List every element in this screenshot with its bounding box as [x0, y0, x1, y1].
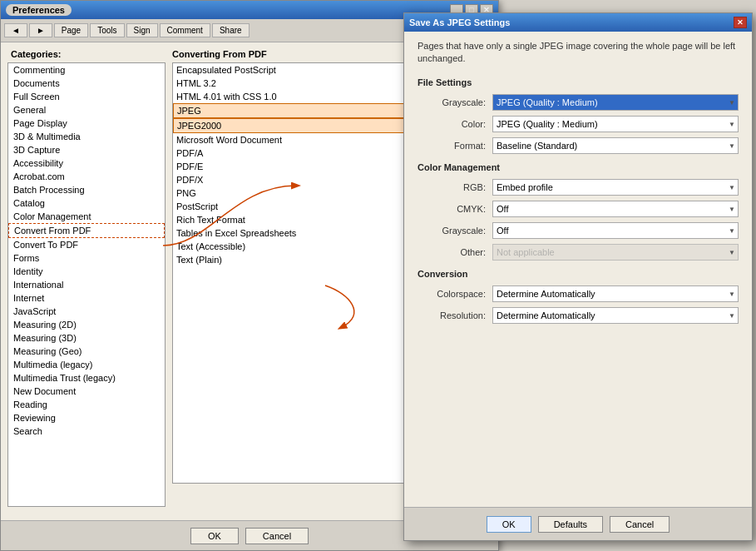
cat-reviewing[interactable]: Reviewing — [8, 411, 165, 424]
toolbar-comment[interactable]: Comment — [160, 23, 210, 37]
jpeg-dialog-title: Save As JPEG Settings — [409, 17, 510, 27]
rgb-select-wrapper: Embed profile Convert to sRGB No convers… — [492, 179, 739, 196]
toolbar-share[interactable]: Share — [212, 23, 250, 37]
categories-panel: Categories: Commenting Documents Full Sc… — [7, 49, 166, 507]
other-select-wrapper: Not applicable — [492, 244, 739, 261]
color-select-wrapper: JPEG (Quality : Medium) JPEG (Quality : … — [492, 116, 739, 132]
cat-fullscreen[interactable]: Full Screen — [8, 90, 165, 103]
cat-catalog[interactable]: Catalog — [8, 196, 165, 210]
grayscale-cm-select[interactable]: Off Embed profile — [492, 222, 739, 239]
toolbar-sign[interactable]: Sign — [126, 23, 158, 37]
list-pdfe[interactable]: PDF/E — [173, 160, 411, 173]
grayscale-cm-row: Grayscale: Off Embed profile — [418, 222, 739, 239]
cat-forms[interactable]: Forms — [8, 251, 165, 265]
list-html401[interactable]: HTML 4.01 with CSS 1.0 — [173, 90, 411, 103]
cat-international[interactable]: International — [8, 278, 165, 291]
colorspace-label: Colorspace: — [418, 289, 492, 299]
cmyk-row: CMYK: Off Embed profile — [418, 201, 739, 217]
format-select[interactable]: Baseline (Standard) Baseline Optimized P… — [492, 137, 739, 154]
list-html32[interactable]: HTML 3.2 — [173, 77, 411, 90]
cat-reading[interactable]: Reading — [8, 398, 165, 411]
other-row: Other: Not applicable — [418, 244, 739, 261]
cat-measuring3d[interactable]: Measuring (3D) — [8, 331, 165, 345]
cat-acrobatcom[interactable]: Acrobat.com — [8, 170, 165, 183]
pref-cancel-button[interactable]: Cancel — [245, 528, 309, 544]
cat-multimediatrust[interactable]: Multimedia Trust (legacy) — [8, 371, 165, 385]
list-rtf[interactable]: Rich Text Format — [173, 213, 411, 226]
file-list[interactable]: Encapsulated PostScript HTML 3.2 HTML 4.… — [172, 62, 412, 484]
cat-search[interactable]: Search — [8, 424, 165, 438]
cat-colormanagement[interactable]: Color Management — [8, 210, 165, 223]
jpeg-dialog-body: Pages that have only a single JPEG image… — [404, 32, 752, 507]
list-pdfa[interactable]: PDF/A — [173, 146, 411, 160]
cat-documents[interactable]: Documents — [8, 77, 165, 90]
resolution-select-wrapper: Determine Automatically 72 ppi 96 ppi 15… — [492, 307, 739, 324]
list-excel[interactable]: Tables in Excel Spreadsheets — [173, 226, 411, 240]
cat-pagedisplay[interactable]: Page Display — [8, 117, 165, 130]
cat-newdocument[interactable]: New Document — [8, 385, 165, 398]
list-textacc[interactable]: Text (Accessible) — [173, 240, 411, 253]
cat-general[interactable]: General — [8, 103, 165, 117]
resolution-select[interactable]: Determine Automatically 72 ppi 96 ppi 15… — [492, 307, 739, 324]
cat-converttopdf[interactable]: Convert To PDF — [8, 238, 165, 251]
jpeg-dialog: Save As JPEG Settings ✕ Pages that have … — [403, 12, 753, 541]
cat-measuringgeo[interactable]: Measuring (Geo) — [8, 345, 165, 358]
jpeg-defaults-button[interactable]: Defaults — [538, 516, 603, 533]
cmyk-select[interactable]: Off Embed profile — [492, 201, 739, 217]
cat-multimedialegacy[interactable]: Multimedia (legacy) — [8, 358, 165, 371]
jpeg-close-button[interactable]: ✕ — [734, 17, 747, 28]
jpeg-ok-button[interactable]: OK — [487, 516, 531, 533]
grayscale-cm-label: Grayscale: — [418, 226, 492, 236]
jpeg-cancel-button[interactable]: Cancel — [610, 516, 670, 533]
list-png[interactable]: PNG — [173, 186, 411, 200]
rgb-row: RGB: Embed profile Convert to sRGB No co… — [418, 179, 739, 196]
resolution-row: Resolution: Determine Automatically 72 p… — [418, 307, 739, 324]
toolbar-tools[interactable]: Tools — [90, 23, 124, 37]
list-postscript[interactable]: PostScript — [173, 200, 411, 213]
format-row: Format: Baseline (Standard) Baseline Opt… — [418, 137, 739, 154]
rgb-label: RGB: — [418, 182, 492, 192]
categories-label: Categories: — [7, 49, 166, 59]
list-pdfx[interactable]: PDF/X — [173, 173, 411, 186]
cat-identity[interactable]: Identity — [8, 265, 165, 278]
cmyk-label: CMYK: — [418, 204, 492, 214]
cat-3dcapture[interactable]: 3D Capture — [8, 143, 165, 156]
jpeg-info-text: Pages that have only a single JPEG image… — [418, 40, 739, 66]
colorspace-select-wrapper: Determine Automatically Grayscale RGB CM… — [492, 285, 739, 302]
format-label: Format: — [418, 141, 492, 151]
cat-convertfrompdf[interactable]: Convert From PDF — [8, 223, 165, 238]
cat-javascript[interactable]: JavaScript — [8, 305, 165, 318]
toolbar-forward[interactable]: ► — [29, 23, 52, 37]
grayscale-select[interactable]: JPEG (Quality : Medium) JPEG (Quality : … — [492, 94, 739, 111]
colorspace-select[interactable]: Determine Automatically Grayscale RGB CM… — [492, 285, 739, 302]
color-select[interactable]: JPEG (Quality : Medium) JPEG (Quality : … — [492, 116, 739, 132]
toolbar-page[interactable]: Page — [54, 23, 88, 37]
cat-measuring2d[interactable]: Measuring (2D) — [8, 318, 165, 331]
other-label: Other: — [418, 247, 492, 257]
categories-list[interactable]: Commenting Documents Full Screen General… — [7, 62, 166, 507]
cat-internet[interactable]: Internet — [8, 291, 165, 305]
color-label: Color: — [418, 119, 492, 129]
list-msword[interactable]: Microsoft Word Document — [173, 133, 411, 146]
jpeg-title-bar: Save As JPEG Settings ✕ — [404, 13, 752, 32]
colorspace-row: Colorspace: Determine Automatically Gray… — [418, 285, 739, 302]
cat-commenting[interactable]: Commenting — [8, 63, 165, 77]
rgb-select[interactable]: Embed profile Convert to sRGB No convers… — [492, 179, 739, 196]
cat-3dmultimedia[interactable]: 3D & Multimedia — [8, 130, 165, 143]
grayscale-cm-select-wrapper: Off Embed profile — [492, 222, 739, 239]
color-row: Color: JPEG (Quality : Medium) JPEG (Qua… — [418, 116, 739, 132]
other-select[interactable]: Not applicable — [492, 244, 739, 261]
grayscale-label: Grayscale: — [418, 97, 492, 107]
toolbar-back[interactable]: ◄ — [4, 23, 27, 37]
pref-ok-button[interactable]: OK — [190, 528, 239, 544]
list-encapsulated[interactable]: Encapsulated PostScript — [173, 63, 411, 77]
cat-accessibility[interactable]: Accessibility — [8, 156, 165, 170]
list-jpeg2000[interactable]: JPEG2000 — [173, 118, 411, 133]
list-textplain[interactable]: Text (Plain) — [173, 253, 411, 266]
format-select-wrapper: Baseline (Standard) Baseline Optimized P… — [492, 137, 739, 154]
cat-batchprocessing[interactable]: Batch Processing — [8, 183, 165, 196]
conversion-label: Conversion — [418, 269, 739, 279]
preferences-title: Preferences — [6, 4, 72, 16]
jpeg-dialog-footer: OK Defaults Cancel — [404, 507, 752, 540]
list-jpeg[interactable]: JPEG — [173, 103, 411, 118]
